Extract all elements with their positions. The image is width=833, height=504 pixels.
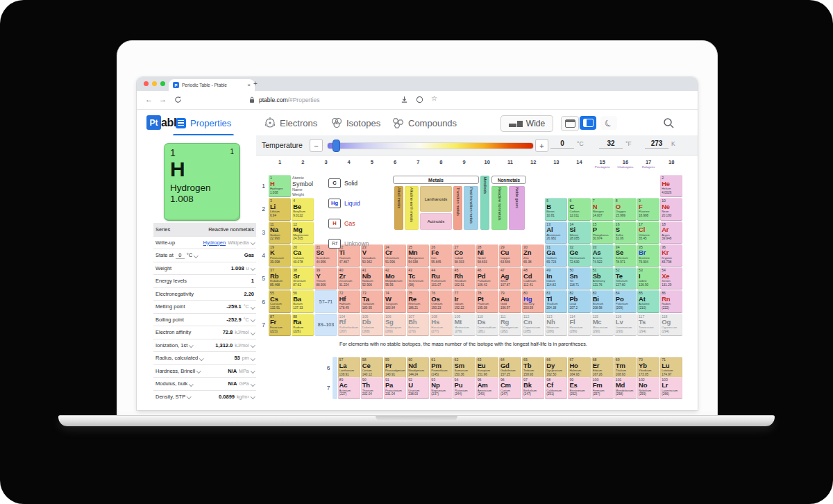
property-row-write-up[interactable]: Write-upHydrogenWikipedia xyxy=(153,236,256,249)
element-cell-la[interactable]: 57LaLanthanum138.91 xyxy=(338,357,360,379)
element-cell-si[interactable]: 14SiSilicon28.085 xyxy=(568,221,590,244)
chevron-down-icon[interactable] xyxy=(251,394,255,398)
element-cell-zr[interactable]: 40ZrZirconium91.224 xyxy=(338,267,360,289)
legend-metalloids[interactable]: Metalloids xyxy=(480,176,489,230)
element-cell-xe[interactable]: 54XeXenon131.29 xyxy=(660,267,682,289)
element-cell-he[interactable]: 2HeHelium4.0026 xyxy=(660,175,682,197)
element-cell-rf[interactable]: 104RfRutherfordium(267) xyxy=(338,314,360,336)
element-cell-ag[interactable]: 47AgSilver107.87 xyxy=(499,267,521,289)
bookmark-star-icon[interactable]: ☆ xyxy=(431,94,437,102)
element-cell-ni[interactable]: 28NiNickel58.693 xyxy=(476,244,498,267)
element-cell-se[interactable]: 34SeSelenium78.971 xyxy=(614,244,637,267)
element-cell-po[interactable]: 84PoPolonium(209) xyxy=(614,290,637,312)
element-cell-fm[interactable]: 100FmFermium(257) xyxy=(591,377,614,399)
element-cell-na[interactable]: 11NaSodium22.990 xyxy=(269,221,291,244)
chevron-down-icon[interactable] xyxy=(251,330,255,335)
element-cell-mn[interactable]: 25MnManganese54.938 xyxy=(407,244,429,267)
celsius-input[interactable]: 0 xyxy=(550,140,574,149)
la-range-cell[interactable]: 57–71 xyxy=(314,290,337,312)
state-legend-gas[interactable]: HGas xyxy=(328,219,369,228)
legend-lanthanoids[interactable]: Lanthanoids xyxy=(420,186,452,212)
browser-tab[interactable]: P Periodic Table - Ptable × xyxy=(169,79,255,91)
element-cell-sm[interactable]: 62SmSamarium150.36 xyxy=(453,357,476,379)
element-cell-ru[interactable]: 44RuRuthenium101.07 xyxy=(430,267,452,289)
element-cell-ar[interactable]: 18ArArgon39.948 xyxy=(660,221,682,244)
element-cell-i[interactable]: 53IIodine126.90 xyxy=(637,267,659,289)
element-cell-pt[interactable]: 78PtPlatinum195.08 xyxy=(476,290,498,312)
property-value[interactable]: Hydrogen xyxy=(203,240,226,246)
property-row-radius-calculated[interactable]: Radius, calculated53pm xyxy=(153,351,256,364)
element-cell-rg[interactable]: 111RgRoentgenium(282) xyxy=(499,314,521,336)
property-row-melting-point[interactable]: Melting point-259.1°C xyxy=(153,300,256,313)
element-cell-er[interactable]: 68ErErbium167.26 xyxy=(591,357,614,379)
element-cell-u[interactable]: 92UUranium238.03 xyxy=(407,377,429,399)
element-cell-eu[interactable]: 63EuEuropium151.96 xyxy=(476,357,498,379)
dark-mode-button[interactable]: ☾ xyxy=(600,116,617,130)
element-cell-lv[interactable]: 116LvLivermorium(293) xyxy=(614,314,637,336)
element-cell-mc[interactable]: 115McMoscovium(290) xyxy=(591,314,614,336)
element-cell-w[interactable]: 74WTungsten183.84 xyxy=(384,290,406,312)
property-row-density-stp[interactable]: Density, STP0.0899kg/m³ xyxy=(153,390,256,403)
element-cell-yb[interactable]: 70YbYtterbium173.05 xyxy=(637,357,659,379)
element-cell-ce[interactable]: 58CeCerium140.12 xyxy=(361,357,383,379)
legend-alkali-metals[interactable]: Alkali metals xyxy=(394,186,403,230)
element-cell-tb[interactable]: 65TbTerbium158.93 xyxy=(522,357,544,379)
element-cell-as[interactable]: 33AsArsenic74.922 xyxy=(591,244,614,267)
fahrenheit-input[interactable]: 32 xyxy=(599,140,623,149)
element-cell-tl[interactable]: 81TlThallium204.38 xyxy=(545,290,567,312)
element-cell-te[interactable]: 52TeTellurium127.60 xyxy=(614,267,637,289)
tab-isotopes[interactable]: Isotopes xyxy=(331,110,380,136)
element-cell-md[interactable]: 101MdMendelevium(258) xyxy=(614,377,637,399)
legend-post-transition-metals[interactable]: Post-transition metals xyxy=(464,186,478,230)
chevron-down-icon[interactable] xyxy=(251,305,255,309)
chevron-down-icon[interactable] xyxy=(251,356,255,360)
element-cell-b[interactable]: 5BBoron10.81 xyxy=(545,198,567,220)
search-button[interactable] xyxy=(661,116,676,130)
element-cell-ho[interactable]: 67HoHolmium164.93 xyxy=(568,357,590,379)
tab-electrons[interactable]: Electrons xyxy=(264,110,317,136)
element-cell-re[interactable]: 75ReRhenium186.21 xyxy=(407,290,429,312)
element-cell-cu[interactable]: 29CuCopper63.546 xyxy=(499,244,521,267)
element-cell-p[interactable]: 15PPhosphorus30.974 xyxy=(591,221,614,244)
element-cell-rn[interactable]: 86RnRadon(222) xyxy=(660,290,682,312)
element-cell-c[interactable]: 6CCarbon12.011 xyxy=(568,198,590,220)
window-minimize-button[interactable] xyxy=(152,81,157,86)
temperature-slider-thumb[interactable] xyxy=(333,140,340,152)
element-cell-hf[interactable]: 72HfHafnium178.49 xyxy=(338,290,360,312)
element-cell-sg[interactable]: 106SgSeaborgium(269) xyxy=(384,314,406,336)
element-cell-pb[interactable]: 82PbLead207.2 xyxy=(568,290,590,312)
selected-element-card[interactable]: 1 1 H Hydrogen 1.008 xyxy=(164,143,240,221)
element-cell-ge[interactable]: 32GeGermanium72.630 xyxy=(568,244,590,267)
property-row-hardness-brinell[interactable]: Hardness, BrinellN/AMPa xyxy=(153,364,256,378)
element-cell-be[interactable]: 4BeBeryllium9.0122 xyxy=(292,198,314,220)
element-cell-nd[interactable]: 60NdNeodymium144.24 xyxy=(407,357,429,379)
element-cell-fl[interactable]: 114FlFlerovium(289) xyxy=(568,314,590,336)
element-cell-pa[interactable]: 91PaProtactinium231.04 xyxy=(384,377,406,399)
element-cell-hg[interactable]: 80HgMercury200.59 xyxy=(522,290,544,312)
element-cell-pd[interactable]: 46PdPalladium106.42 xyxy=(476,267,498,289)
back-icon[interactable]: ← xyxy=(145,95,153,104)
reload-icon[interactable] xyxy=(174,96,182,103)
state-legend-unknown[interactable]: RfUnknown xyxy=(328,239,369,248)
element-cell-fe[interactable]: 26FeIron55.845 xyxy=(430,244,452,267)
element-cell-at[interactable]: 85AtAstatine(210) xyxy=(637,290,659,312)
property-row-state-at[interactable]: State at0°CGas xyxy=(153,249,256,262)
forward-icon[interactable]: → xyxy=(159,95,167,104)
chevron-down-icon[interactable] xyxy=(251,266,255,270)
state-legend-solid[interactable]: CSolid xyxy=(328,178,369,187)
chevron-down-icon[interactable] xyxy=(189,343,193,347)
element-cell-ca[interactable]: 20CaCalcium40.078 xyxy=(292,244,314,267)
element-cell-db[interactable]: 105DbDubnium(268) xyxy=(361,314,383,336)
element-cell-es[interactable]: 99EsEinsteinium(252) xyxy=(568,377,590,399)
element-cell-sn[interactable]: 50SnTin118.71 xyxy=(568,267,590,289)
element-cell-cn[interactable]: 112CnCopernicium(285) xyxy=(522,314,544,336)
legend-transition-metals[interactable]: Transition metals xyxy=(453,186,462,230)
element-cell-mt[interactable]: 109MtMeitnerium(278) xyxy=(453,314,476,336)
element-cell-in[interactable]: 49InIndium114.82 xyxy=(545,267,567,289)
state-temperature-input[interactable]: 0 xyxy=(176,252,185,259)
element-cell-mo[interactable]: 42MoMolybdenum95.95 xyxy=(384,267,406,289)
element-cell-pm[interactable]: 61PmPromethium(145) xyxy=(430,357,452,379)
element-cell-k[interactable]: 19KPotassium39.098 xyxy=(269,244,291,267)
legend-noble-gases[interactable]: Noble gases xyxy=(509,186,525,230)
element-cell-rh[interactable]: 45RhRhodium102.91 xyxy=(453,267,476,289)
